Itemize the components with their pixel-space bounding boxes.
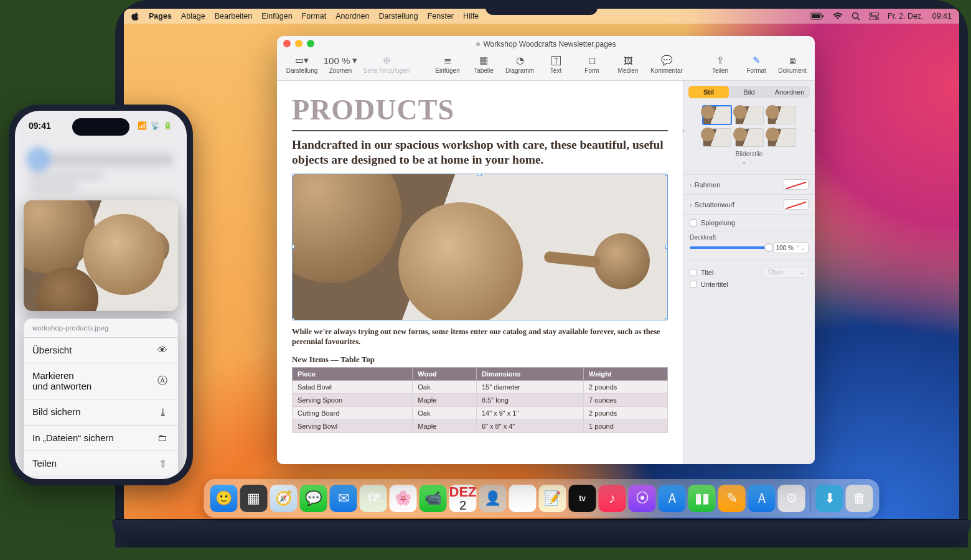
table-cell[interactable]: 1 pound bbox=[583, 420, 667, 433]
table-cell[interactable]: 14" x 9" x 1" bbox=[476, 407, 583, 420]
doc-body[interactable]: While we're always trying out new forms,… bbox=[292, 327, 668, 348]
border-swatch-none[interactable] bbox=[784, 179, 809, 190]
toolbar-zoom-button[interactable]: 100 %▾Zoomen bbox=[323, 54, 358, 74]
menu-save-image[interactable]: Bild sichern ⤓ bbox=[24, 399, 178, 426]
inspector-reflection-row[interactable]: Spiegelung bbox=[683, 214, 815, 231]
dock-notes-icon[interactable]: 📝 bbox=[539, 485, 566, 512]
dock-music-icon[interactable]: ♪ bbox=[599, 485, 626, 512]
doc-hero-image-selected[interactable] bbox=[292, 174, 668, 320]
table-row[interactable]: Serving BowlMaple6" x 8" x 4"1 pound bbox=[293, 420, 668, 433]
dock-mail-icon[interactable]: ✉ bbox=[330, 485, 357, 512]
dock-tv-icon[interactable]: tv bbox=[569, 485, 596, 512]
dock-finder-icon[interactable]: 🙂 bbox=[210, 485, 238, 512]
menu-copy[interactable]: Kopieren ⧉ bbox=[24, 477, 178, 480]
menu-save-to-files[interactable]: In „Dateien“ sichern 🗀 bbox=[24, 426, 178, 451]
dock-settings-icon[interactable]: ⚙ bbox=[778, 485, 805, 512]
menu-edit[interactable]: Bearbeiten bbox=[215, 12, 252, 21]
selection-handle[interactable] bbox=[477, 318, 482, 320]
menu-insert[interactable]: Einfügen bbox=[261, 12, 292, 21]
inspector-shadow-row[interactable]: Schattenwurf bbox=[683, 194, 815, 214]
dock-messages-icon[interactable]: 💬 bbox=[300, 485, 327, 512]
menu-arrange[interactable]: Anordnen bbox=[335, 12, 369, 21]
opacity-slider[interactable] bbox=[690, 246, 769, 249]
dock-launchpad-icon[interactable]: ▦ bbox=[240, 485, 268, 512]
dock-store-icon[interactable]: Ａ bbox=[748, 485, 776, 512]
table-cell[interactable]: Maple bbox=[413, 394, 477, 407]
inspector-tab-arrange[interactable]: Anordnen bbox=[769, 86, 810, 98]
menu-quicklook[interactable]: Übersicht 👁 bbox=[24, 338, 178, 363]
image-preview-card[interactable] bbox=[24, 200, 178, 311]
toolbar-text-button[interactable]: 🅃Text bbox=[538, 54, 573, 74]
style-thumb[interactable] bbox=[703, 106, 731, 124]
style-thumb[interactable] bbox=[767, 106, 796, 124]
style-thumb[interactable] bbox=[735, 128, 764, 147]
menu-markup-reply[interactable]: Markieren und antworten Ⓐ bbox=[24, 363, 178, 399]
opacity-stepper[interactable]: 100 %⌃⌄ bbox=[773, 242, 809, 253]
inspector-tab-style[interactable]: Stil bbox=[688, 86, 729, 98]
table-cell[interactable]: Maple bbox=[413, 420, 477, 433]
slider-knob[interactable] bbox=[764, 243, 773, 252]
style-thumb[interactable] bbox=[767, 128, 796, 147]
styles-next-icon[interactable]: › bbox=[814, 126, 815, 134]
table-header[interactable]: Piece bbox=[293, 368, 413, 381]
table-cell[interactable]: Serving Bowl bbox=[293, 420, 413, 433]
dock-contacts-icon[interactable]: 👤 bbox=[479, 485, 507, 512]
dock-trash-icon[interactable]: 🗑 bbox=[846, 485, 873, 512]
table-cell[interactable]: 6" x 8" x 4" bbox=[476, 420, 583, 433]
toolbar-comment-button[interactable]: 💬Kommentar bbox=[647, 54, 687, 74]
table-cell[interactable]: Serving Spoon bbox=[293, 394, 413, 407]
dock-calendar-icon[interactable]: DEZ2 bbox=[449, 485, 477, 512]
toolbar-table-button[interactable]: ▦Tabelle bbox=[466, 54, 501, 74]
dock-photos-icon[interactable]: 🌸 bbox=[390, 485, 417, 512]
dock-reminders-icon[interactable]: ☰ bbox=[509, 485, 537, 512]
table-cell[interactable]: Salad Bowl bbox=[293, 381, 413, 394]
title-checkbox[interactable] bbox=[690, 269, 697, 276]
toolbar-shape-button[interactable]: ◻Form bbox=[575, 54, 609, 74]
table-row[interactable]: Serving SpoonMaple8.5" long7 ounces bbox=[293, 394, 668, 407]
shadow-swatch-none[interactable] bbox=[784, 199, 809, 210]
spotlight-icon[interactable] bbox=[851, 12, 860, 21]
selection-handle[interactable] bbox=[292, 174, 294, 176]
doc-subhead[interactable]: New Items — Table Top bbox=[292, 355, 668, 365]
selection-handle[interactable] bbox=[665, 174, 668, 176]
table-cell[interactable]: Cutting Board bbox=[293, 407, 413, 420]
table-cell[interactable]: Oak bbox=[413, 407, 477, 420]
dock-safari-icon[interactable]: 🧭 bbox=[270, 485, 298, 512]
styles-prev-icon[interactable]: ‹ bbox=[682, 126, 685, 134]
table-cell[interactable]: 2 pounds bbox=[583, 381, 667, 394]
toolbar-share-button[interactable]: ⇪Teilen bbox=[703, 54, 738, 74]
reflection-checkbox[interactable] bbox=[690, 219, 697, 226]
dock-numbers-icon[interactable]: ▮▮ bbox=[688, 485, 716, 512]
selection-handle[interactable] bbox=[292, 318, 294, 320]
window-close-button[interactable] bbox=[283, 40, 291, 47]
table-cell[interactable]: Oak bbox=[413, 381, 477, 394]
style-thumb[interactable] bbox=[735, 106, 764, 124]
battery-icon[interactable] bbox=[810, 12, 824, 20]
doc-table[interactable]: Piece Wood Dimensions Weight Salad BowlO… bbox=[292, 367, 668, 433]
menubar-time[interactable]: 09:41 bbox=[932, 12, 952, 21]
selection-handle[interactable] bbox=[477, 174, 482, 176]
menu-file[interactable]: Ablage bbox=[181, 12, 205, 21]
table-header[interactable]: Dimensions bbox=[476, 368, 583, 381]
menu-view[interactable]: Darstellung bbox=[378, 12, 418, 21]
dock-maps-icon[interactable]: 🗺 bbox=[360, 485, 387, 512]
dock-facetime-icon[interactable]: 📹 bbox=[420, 485, 447, 512]
table-row[interactable]: Salad BowlOak15" diameter2 pounds bbox=[293, 381, 668, 394]
menubar-date[interactable]: Fr. 2. Dez. bbox=[888, 12, 924, 21]
menu-format[interactable]: Format bbox=[302, 12, 327, 21]
inspector-tab-image[interactable]: Bild bbox=[729, 86, 769, 98]
window-titlebar[interactable]: Workshop Woodcrafts Newsletter.pages bbox=[277, 36, 815, 52]
selection-handle[interactable] bbox=[665, 318, 668, 320]
table-cell[interactable]: 2 pounds bbox=[583, 407, 667, 420]
window-zoom-button[interactable] bbox=[307, 40, 314, 47]
wifi-icon[interactable] bbox=[833, 12, 843, 20]
subtitle-checkbox[interactable] bbox=[690, 281, 697, 288]
toolbar-view-button[interactable]: ▭▾Darstellung bbox=[282, 54, 322, 74]
table-cell[interactable]: 15" diameter bbox=[476, 381, 583, 394]
toolbar-media-button[interactable]: 🖼Medien bbox=[611, 54, 645, 74]
dock-appstore-icon[interactable]: Ａ bbox=[659, 485, 686, 512]
table-cell[interactable]: 8.5" long bbox=[476, 394, 583, 407]
apple-menu-icon[interactable] bbox=[131, 12, 140, 21]
window-minimize-button[interactable] bbox=[295, 40, 303, 47]
dock-downloads-icon[interactable]: ⬇ bbox=[816, 485, 843, 512]
